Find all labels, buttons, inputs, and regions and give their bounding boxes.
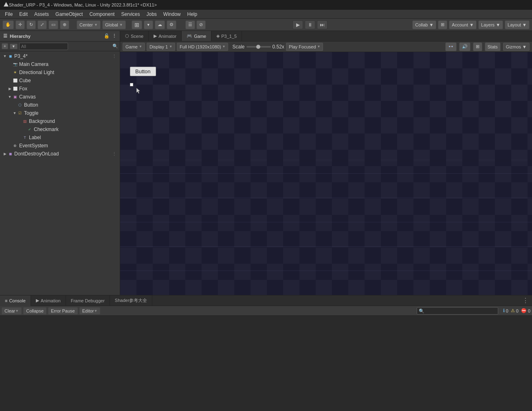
animator-tab-label: Animator bbox=[158, 34, 176, 39]
tree-arrow-dontdestroy: ▶ bbox=[2, 152, 7, 156]
game-tab-label: Game bbox=[194, 34, 206, 39]
tree-icon-root: ◼ bbox=[7, 53, 13, 59]
tree-arrow-root: ▼ bbox=[2, 54, 7, 58]
console-tab-icon: ≡ bbox=[5, 298, 7, 303]
menu-jobs[interactable]: Jobs bbox=[143, 11, 160, 18]
tree-more-root[interactable]: ⋮ bbox=[110, 54, 118, 59]
tree-item-background[interactable]: ▶ ▤ Background bbox=[0, 117, 120, 125]
toolbar-move-tool[interactable]: ✛ bbox=[15, 20, 25, 29]
hierarchy-toolbar: + ▼ 🔍 bbox=[0, 42, 120, 51]
menu-services[interactable]: Services bbox=[118, 11, 143, 18]
tab-console[interactable]: ≡ Console bbox=[0, 295, 31, 306]
tree-icon-label: T bbox=[22, 135, 28, 140]
hierarchy-add-button[interactable]: + bbox=[2, 43, 8, 49]
game-button-overlay[interactable]: Button bbox=[130, 67, 156, 76]
error-icon: ⛔ bbox=[521, 308, 527, 313]
menu-bar: File Edit Assets GameObject Component Se… bbox=[0, 10, 532, 19]
tree-item-eventsystem[interactable]: ▶ ⊛ EventSystem bbox=[0, 142, 120, 150]
hierarchy-more-icon[interactable]: ⋮ bbox=[112, 33, 117, 39]
tab-shader-ref[interactable]: Shader参考大全 bbox=[110, 295, 152, 306]
play-button[interactable]: ▶ bbox=[292, 20, 303, 29]
tree-item-fox[interactable]: ▶ ⬜ Fox bbox=[0, 85, 120, 93]
tree-item-root[interactable]: ▼ ◼ P3_4* ⋮ bbox=[0, 52, 120, 60]
step-button[interactable]: ⏭ bbox=[317, 20, 328, 29]
toolbar-account-btn[interactable]: Account ▼ bbox=[449, 20, 477, 29]
menu-window[interactable]: Window bbox=[160, 11, 184, 18]
console-search-input[interactable] bbox=[417, 307, 498, 315]
stats-button[interactable]: Stats bbox=[485, 42, 501, 51]
toolbar-services-btn[interactable]: ⊞ bbox=[438, 20, 447, 29]
menu-assets[interactable]: Assets bbox=[31, 11, 52, 18]
resolution-dropdown[interactable]: Full HD (1920x1080) ▼ bbox=[177, 43, 228, 51]
tree-item-canvas[interactable]: ▼ ▣ Canvas bbox=[0, 93, 120, 101]
global-arrow-icon: ▼ bbox=[119, 23, 123, 27]
clear-button[interactable]: Clear ▼ bbox=[2, 307, 22, 315]
toolbar-transform-tool[interactable]: ⊕ bbox=[60, 20, 69, 29]
error-pause-button[interactable]: Error Pause bbox=[48, 307, 78, 315]
toolbar-layout-btn[interactable]: Layout ▼ bbox=[505, 20, 530, 29]
hierarchy-lock-icon[interactable]: 🔓 bbox=[104, 33, 110, 39]
vr-icon[interactable]: 👓 bbox=[445, 42, 457, 51]
tree-item-cube[interactable]: ▶ ⬜ Cube bbox=[0, 77, 120, 85]
menu-gameobject[interactable]: GameObject bbox=[52, 11, 86, 18]
display-dropdown[interactable]: Display 1 ▼ bbox=[147, 43, 175, 51]
toolbar-dropdown-1[interactable]: ▼ bbox=[144, 20, 153, 29]
p315-tab-label: P3_1_5 bbox=[221, 34, 237, 39]
audio-icon[interactable]: 🔊 bbox=[459, 42, 470, 51]
menu-edit[interactable]: Edit bbox=[16, 11, 31, 18]
toolbar-rotate-tool[interactable]: ↻ bbox=[26, 20, 36, 29]
collapse-button[interactable]: Collapse bbox=[23, 307, 46, 315]
menu-help[interactable]: Help bbox=[184, 11, 201, 18]
toolbar-scale-tool[interactable]: ⤢ bbox=[37, 20, 47, 29]
tree-item-main-camera[interactable]: ▶ 📷 Main Camera bbox=[0, 60, 120, 68]
editor-dropdown[interactable]: Editor ▼ bbox=[79, 307, 101, 315]
toolbar-layers-btn[interactable]: Layers ▼ bbox=[478, 20, 503, 29]
main-toolbar: ✋ ✛ ↻ ⤢ ▭ ⊕ Center ▼ Global ▼ ⊞ ▼ ☁ ⚙ ☰ … bbox=[0, 19, 532, 31]
scale-area: Scale 0.52x bbox=[232, 44, 284, 50]
tab-frame-debugger[interactable]: Frame Debugger bbox=[66, 295, 110, 306]
tree-item-button[interactable]: ▶ ⬡ Button bbox=[0, 101, 120, 109]
toolbar-global-button[interactable]: Global ▼ bbox=[102, 20, 126, 29]
toolbar-extra-2[interactable]: ⊘ bbox=[196, 20, 206, 29]
tree-label-eventsystem: EventSystem bbox=[19, 143, 48, 149]
tab-p3-1-5[interactable]: ◈ P3_1_5 bbox=[211, 31, 242, 41]
tree-item-dontdestroy[interactable]: ▶ ◼ DontDestroyOnLoad ⋮ bbox=[0, 150, 120, 158]
tab-game[interactable]: 🎮 Game bbox=[182, 31, 211, 41]
tab-animator[interactable]: ▶ Animator bbox=[149, 31, 182, 41]
tab-scene[interactable]: ⬡ Scene bbox=[120, 31, 149, 41]
tree-label-label: Label bbox=[29, 135, 41, 140]
toolbar-cloud-icon[interactable]: ☁ bbox=[155, 20, 165, 29]
tree-item-directional-light[interactable]: ▶ ☀ Directional Light bbox=[0, 68, 120, 77]
toolbar-hand-tool[interactable]: ✋ bbox=[2, 20, 14, 29]
tree-more-dontdestroy[interactable]: ⋮ bbox=[110, 151, 118, 157]
tree-label-checkmark: Checkmark bbox=[34, 127, 59, 132]
menu-component[interactable]: Component bbox=[86, 11, 118, 18]
toolbar-center-button[interactable]: Center ▼ bbox=[77, 20, 101, 29]
tree-arrow-fox: ▶ bbox=[7, 87, 12, 91]
game-mode-dropdown[interactable]: Game ▼ bbox=[123, 43, 145, 51]
toolbar-icon-1[interactable]: ⊞ bbox=[132, 20, 142, 29]
hierarchy-dropdown-button[interactable]: ▼ bbox=[10, 44, 18, 49]
tree-icon-camera: 📷 bbox=[12, 61, 18, 67]
tree-item-toggle[interactable]: ▼ ☑ Toggle bbox=[0, 109, 120, 117]
menu-file[interactable]: File bbox=[2, 11, 16, 18]
tree-label-dontdestroy: DontDestroyOnLoad bbox=[14, 151, 59, 157]
tree-item-checkmark[interactable]: ▶ ✓ Checkmark bbox=[0, 125, 120, 133]
hierarchy-search-input[interactable] bbox=[19, 43, 68, 50]
hierarchy-icon: ☰ bbox=[3, 33, 7, 39]
bottom-tabs-more[interactable]: ⋮ bbox=[519, 297, 532, 304]
toolbar-collab-btn[interactable]: Collab ▼ bbox=[412, 20, 436, 29]
gizmos-dropdown[interactable]: Gizmos ▼ bbox=[503, 43, 530, 51]
toolbar-settings-icon[interactable]: ⚙ bbox=[167, 20, 176, 29]
toolbar-rect-tool[interactable]: ▭ bbox=[48, 20, 58, 29]
pause-button[interactable]: ⏸ bbox=[305, 20, 315, 29]
scale-slider[interactable] bbox=[246, 46, 271, 48]
scale-text-label: Scale bbox=[232, 44, 244, 50]
play-focused-dropdown[interactable]: Play Focused ▼ bbox=[286, 43, 323, 51]
tree-icon-background: ▤ bbox=[22, 118, 28, 124]
tab-animation[interactable]: ▶ Animation bbox=[31, 295, 66, 306]
grid-icon[interactable]: ⊞ bbox=[473, 42, 482, 51]
tree-item-label[interactable]: ▶ T Label bbox=[0, 133, 120, 142]
tree-icon-button: ⬡ bbox=[17, 102, 23, 108]
toolbar-extra-1[interactable]: ☰ bbox=[185, 20, 195, 29]
